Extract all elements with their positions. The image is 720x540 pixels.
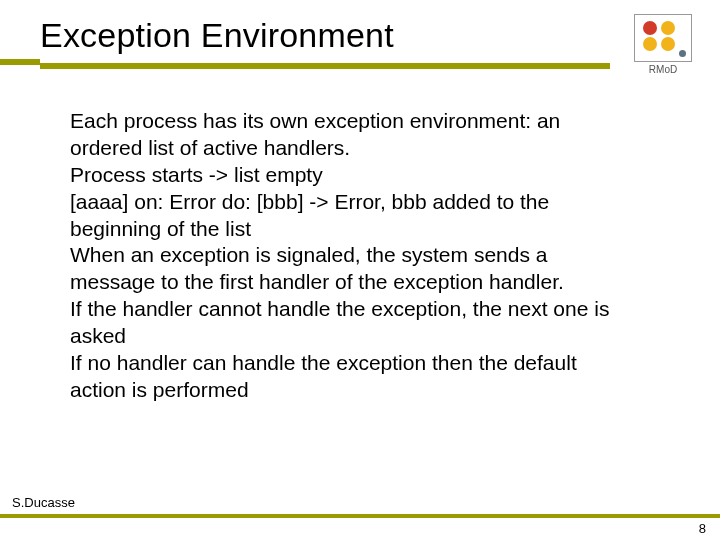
title-underline-left [0,59,40,65]
logo-box [634,14,692,62]
body-text: Each process has its own exception envir… [70,108,630,404]
logo-label: RMoD [624,64,702,75]
body-line: Process starts -> list empty [70,162,630,189]
title-area: Exception Environment [40,16,610,69]
logo-dot-yellow [661,37,675,51]
body-line: When an exception is signaled, the syste… [70,242,630,296]
body-line: Each process has its own exception envir… [70,108,630,162]
logo: RMoD [624,14,702,75]
page-number: 8 [699,521,706,536]
body-line: [aaaa] on: Error do: [bbb] -> Error, bbb… [70,189,630,243]
footer-rule [0,514,720,518]
slide: Exception Environment RMoD Each process … [0,0,720,540]
logo-dot-yellow [661,21,675,35]
body-line: If no handler can handle the exception t… [70,350,630,404]
body-line: If the handler cannot handle the excepti… [70,296,630,350]
title-underline [40,63,610,69]
footer-author: S.Ducasse [12,495,75,510]
logo-dot-yellow [643,37,657,51]
logo-dot-small [679,50,686,57]
logo-dot-red [643,21,657,35]
slide-title: Exception Environment [40,16,610,55]
